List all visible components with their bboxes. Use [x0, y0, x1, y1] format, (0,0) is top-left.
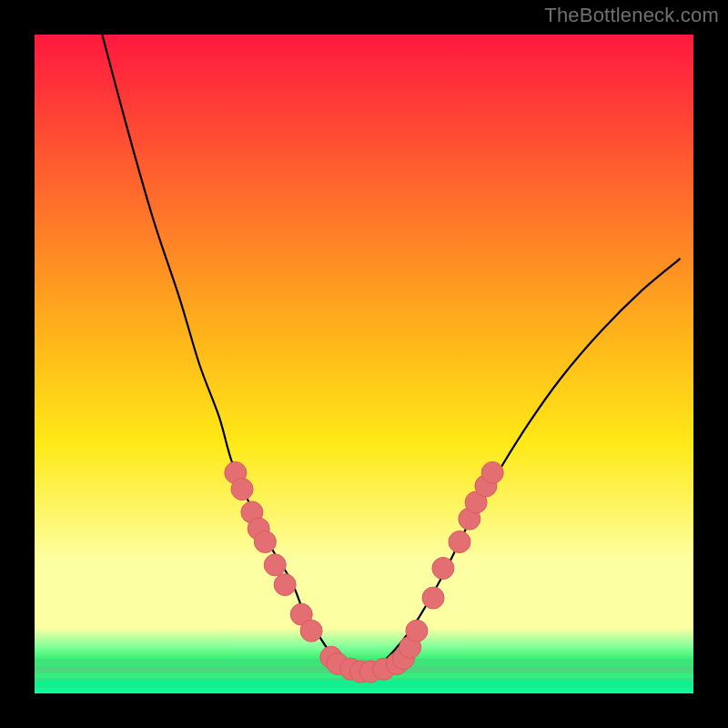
data-marker — [231, 479, 253, 500]
data-marker — [300, 620, 322, 642]
data-marker — [449, 531, 470, 552]
data-marker — [264, 554, 286, 576]
data-marker — [481, 461, 503, 483]
data-marker — [254, 531, 276, 552]
green-stripe — [35, 688, 693, 693]
data-marker — [274, 574, 296, 596]
data-marker — [406, 620, 428, 642]
data-marker — [422, 587, 444, 609]
bottleneck-plot — [0, 0, 728, 728]
data-marker — [432, 557, 454, 579]
watermark-text: TheBottleneck.com — [544, 4, 719, 27]
gradient-background — [35, 35, 693, 693]
